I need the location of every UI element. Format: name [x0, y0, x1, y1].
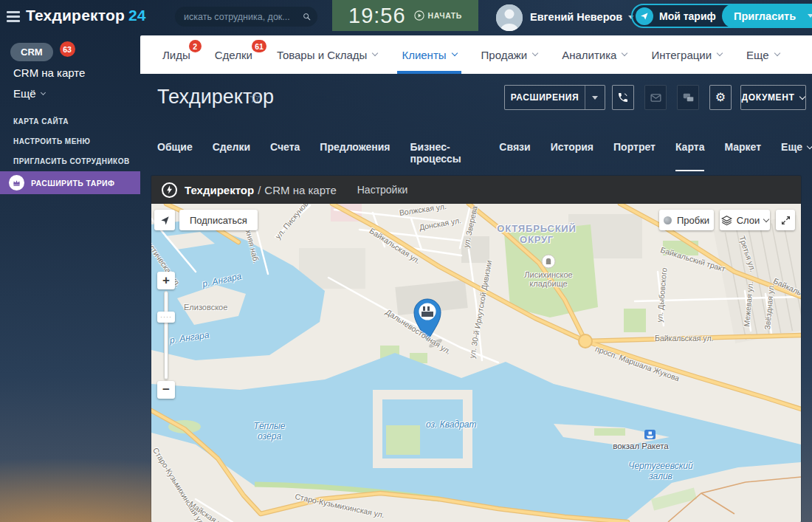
document-button[interactable]: ДОКУМЕНТ	[740, 85, 806, 110]
layers-icon	[721, 215, 732, 226]
chevron-down-icon	[774, 50, 780, 56]
geolocation-button[interactable]	[154, 210, 175, 230]
global-search[interactable]	[175, 7, 317, 27]
favorite-star-icon[interactable]: ☆	[249, 89, 261, 106]
tab-more[interactable]: Еще	[781, 141, 812, 171]
chevron-down-icon	[807, 143, 812, 149]
crown-icon	[9, 175, 24, 190]
search-input[interactable]	[184, 12, 303, 22]
map-poi-label: Лисихинское кладбище	[517, 270, 579, 288]
timer-start-button[interactable]: НАЧАТЬ	[414, 10, 462, 21]
chevron-down-icon	[717, 50, 723, 56]
settings-button[interactable]: ⚙	[709, 85, 732, 110]
zoom-out-button[interactable]: −	[157, 381, 175, 399]
deals-counter-badge: 61	[252, 40, 266, 52]
caret-down-icon	[592, 96, 598, 100]
nav-item-integrations[interactable]: Интеграции	[651, 35, 722, 74]
map-label: Байкальская ул.	[655, 334, 713, 343]
sidebar-item-configure-menu[interactable]: НАСТРОИТЬ МЕНЮ	[13, 137, 90, 145]
map-water-label: Тёплые озёра	[249, 421, 290, 442]
chevron-down-icon	[41, 90, 46, 95]
rocket-icon	[636, 7, 653, 25]
layers-button[interactable]: Слои	[720, 210, 770, 230]
tab-invoices[interactable]: Счета	[270, 141, 300, 171]
nav-item-analytics[interactable]: Аналитика	[562, 35, 627, 74]
widget-settings-menu[interactable]: Настройки	[357, 184, 408, 196]
extensions-dropdown[interactable]	[585, 86, 605, 109]
chat-button[interactable]	[677, 85, 699, 110]
zoom-slider-track[interactable]	[164, 291, 168, 380]
user-menu[interactable]: Евгений Неверов	[530, 11, 634, 23]
sidebar-item-invite-employees[interactable]: ПРИГЛАСИТЬ СОТРУДНИКОВ	[13, 157, 130, 165]
mail-icon	[650, 92, 662, 104]
gear-icon: ⚙	[715, 92, 726, 103]
work-timer[interactable]: 19:56 НАЧАТЬ	[332, 0, 478, 31]
app-logo[interactable]: Техдиректор24	[26, 7, 146, 24]
search-icon	[303, 10, 311, 23]
navigation-arrow-icon	[159, 215, 171, 226]
upgrade-plan-button[interactable]: РАСШИРИТЬ ТАРИФ	[0, 171, 140, 194]
map-canvas[interactable]: Волжская ул. Донская ул. Верхняя наб. ул…	[151, 204, 801, 522]
nav-item-deals[interactable]: Сделки61	[215, 35, 252, 74]
menu-hamburger-icon[interactable]	[7, 11, 20, 24]
tab-history[interactable]: История	[551, 141, 593, 171]
widget-header: Техдиректор / CRM на карте Настройки	[151, 176, 801, 204]
fullscreen-button[interactable]	[776, 210, 795, 230]
tab-portrait[interactable]: Портрет	[613, 141, 656, 171]
map-district-label: ОКТЯБРЬСКИЙ ОКРУГ	[492, 223, 581, 245]
timer-time: 19:56	[348, 4, 406, 28]
nav-item-clients[interactable]: Клиенты	[402, 35, 456, 74]
traffic-light-icon	[664, 216, 672, 224]
tab-general[interactable]: Общие	[157, 141, 193, 171]
call-button[interactable]	[612, 85, 634, 110]
phone-icon	[617, 92, 629, 103]
chevron-down-icon	[372, 50, 378, 56]
zoom-in-button[interactable]: +	[157, 272, 175, 289]
chevron-down-icon	[622, 50, 627, 56]
tab-quotes[interactable]: Предложения	[320, 141, 390, 171]
entity-tabs: Общие Сделки Счета Предложения Бизнес-пр…	[157, 141, 812, 171]
map-poi-label: вокзал Ракета	[600, 442, 681, 450]
sidebar-item-more[interactable]: Ещё	[13, 87, 45, 100]
play-circle-icon	[414, 10, 424, 21]
subscribe-button[interactable]: Подписаться	[179, 210, 258, 230]
map-water-label: Чертугеевский залив	[616, 461, 705, 481]
tab-links[interactable]: Связи	[499, 141, 530, 171]
tab-market[interactable]: Маркет	[724, 141, 761, 171]
chevron-down-icon	[532, 50, 538, 56]
leads-counter-badge: 2	[189, 40, 202, 52]
nav-item-sales[interactable]: Продажи	[481, 35, 538, 74]
widget-breadcrumb: CRM на карте	[264, 184, 336, 196]
zoom-slider-handle[interactable]: ····	[157, 312, 175, 323]
sidebar-item-crm-map[interactable]: CRM на карте	[13, 66, 85, 79]
traffic-button[interactable]: Пробки	[659, 210, 714, 230]
main-nav: Лиды2 Сделки61 Товары и Склады Клиенты П…	[140, 35, 812, 74]
invite-button[interactable]: Пригласить	[722, 4, 812, 28]
chat-icon	[682, 92, 695, 104]
chevron-down-icon	[451, 50, 457, 56]
email-button[interactable]	[644, 85, 667, 110]
nav-item-products[interactable]: Товары и Склады	[277, 35, 378, 74]
station-icon	[644, 430, 656, 439]
extensions-button[interactable]: РАСШИРЕНИЯ	[504, 85, 605, 110]
person-photo	[496, 4, 523, 31]
widget-app-name: Техдиректор	[185, 184, 254, 196]
cemetery-icon	[542, 255, 555, 268]
sidebar-item-sitemap[interactable]: КАРТА САЙТА	[13, 117, 69, 126]
chevron-down-icon	[799, 93, 805, 99]
map-poi-label: Елизовское	[184, 303, 227, 312]
expand-icon	[781, 216, 791, 225]
nav-item-leads[interactable]: Лиды2	[162, 35, 190, 74]
logo-suffix: 24	[128, 7, 146, 24]
sidebar-item-crm[interactable]: CRM 63	[10, 43, 75, 61]
tab-deals[interactable]: Сделки	[213, 141, 250, 171]
map-water-label: оз. Квадрат	[426, 419, 477, 430]
tab-processes[interactable]: Бизнес-процессы	[410, 141, 479, 171]
crm-map-widget: Техдиректор / CRM на карте Настройки	[151, 176, 801, 522]
logo-text: Техдиректор	[26, 7, 125, 24]
nav-item-more[interactable]: Еще	[746, 35, 780, 74]
lightning-icon	[162, 182, 177, 198]
user-avatar[interactable]	[496, 4, 523, 31]
chevron-down-icon	[763, 216, 769, 222]
tab-map[interactable]: Карта	[675, 141, 705, 171]
